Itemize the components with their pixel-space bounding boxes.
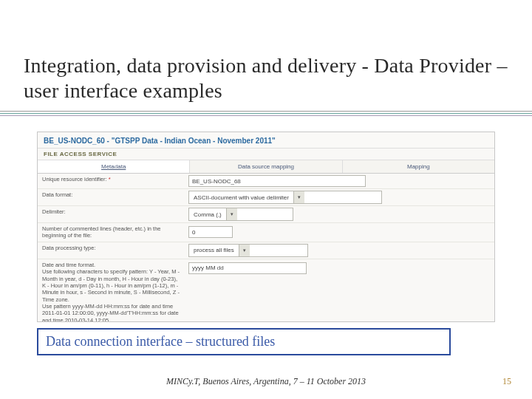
row-datetime-format: Date and time format. Use following char… <box>38 259 494 322</box>
tab-mapping[interactable]: Mapping <box>343 160 494 173</box>
tab-bar: Metadata Data source mapping Mapping <box>38 160 494 174</box>
slide-title: Integration, data provision and delivery… <box>24 53 517 103</box>
caption-box: Data connection interface – structured f… <box>37 328 451 355</box>
label-commented-lines: Number of commented lines (header, etc.)… <box>38 223 185 242</box>
chevron-down-icon: ▾ <box>239 245 250 256</box>
tab-metadata[interactable]: Metadata <box>38 160 190 173</box>
page-number: 15 <box>502 376 511 387</box>
label-uri: Unique resource identifier: * <box>38 174 185 188</box>
row-processing-type: Data processing type: process all files … <box>38 242 494 259</box>
select-delimiter[interactable]: Comma (,) ▾ <box>188 208 293 221</box>
section-heading: FILE ACCESS SERVICE <box>38 149 494 160</box>
label-delimiter: Delimiter: <box>38 206 185 222</box>
input-uri[interactable] <box>188 175 366 187</box>
chevron-down-icon: ▾ <box>293 191 304 203</box>
row-data-format: Data format: ASCII-document with value d… <box>38 189 494 206</box>
label-processing-type: Data processing type: <box>38 242 185 259</box>
row-commented-lines: Number of commented lines (header, etc.)… <box>38 223 494 242</box>
select-processing-type[interactable]: process all files ▾ <box>188 244 308 257</box>
slide: Integration, data provision and delivery… <box>0 0 532 399</box>
label-datetime-format: Date and time format. Use following char… <box>38 259 185 322</box>
row-unique-resource-id: Unique resource identifier: * <box>38 174 494 189</box>
window-title: BE_US-NODC_60 - "GTSPP Data - Indian Oce… <box>38 132 494 149</box>
chevron-down-icon: ▾ <box>226 208 237 220</box>
select-data-format[interactable]: ASCII-document with value delimiter ▾ <box>188 191 382 204</box>
row-delimiter: Delimiter: Comma (,) ▾ <box>38 206 494 223</box>
tab-data-source-mapping[interactable]: Data source mapping <box>190 160 342 173</box>
input-datetime-format[interactable] <box>188 262 307 274</box>
input-commented-lines[interactable] <box>188 226 233 238</box>
title-underline <box>0 111 532 116</box>
footer-text: MINCy.T, Buenos Aires, Argentina, 7 – 11… <box>0 376 532 387</box>
label-data-format: Data format: <box>38 189 185 205</box>
ui-screenshot: BE_US-NODC_60 - "GTSPP Data - Indian Oce… <box>37 132 495 322</box>
